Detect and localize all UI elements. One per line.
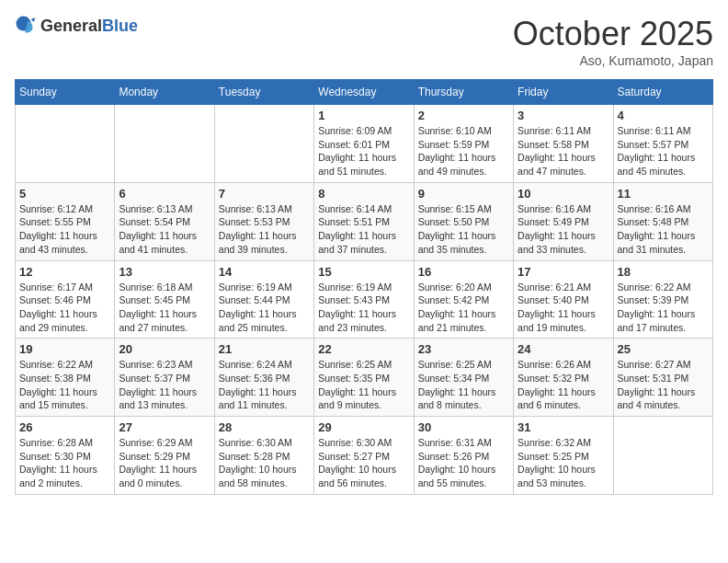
day-number: 29: [318, 420, 409, 434]
calendar-cell: 10Sunrise: 6:16 AM Sunset: 5:49 PM Dayli…: [514, 182, 613, 260]
calendar-week-row: 12Sunrise: 6:17 AM Sunset: 5:46 PM Dayli…: [16, 260, 713, 339]
calendar-cell: 2Sunrise: 6:10 AM Sunset: 5:59 PM Daylig…: [414, 105, 513, 183]
day-info: Sunrise: 6:23 AM Sunset: 5:37 PM Dayligh…: [119, 358, 210, 412]
day-info: Sunrise: 6:16 AM Sunset: 5:49 PM Dayligh…: [518, 202, 609, 257]
day-info: Sunrise: 6:10 AM Sunset: 5:59 PM Dayligh…: [418, 124, 509, 178]
calendar-cell: [115, 105, 214, 183]
day-number: 6: [119, 187, 210, 201]
day-number: 23: [418, 342, 509, 356]
calendar-cell: 1Sunrise: 6:09 AM Sunset: 6:01 PM Daylig…: [314, 105, 414, 183]
calendar-cell: 29Sunrise: 6:30 AM Sunset: 5:27 PM Dayli…: [314, 417, 414, 495]
calendar-cell: 14Sunrise: 6:19 AM Sunset: 5:44 PM Dayli…: [214, 260, 313, 339]
calendar-cell: 25Sunrise: 6:27 AM Sunset: 5:31 PM Dayli…: [613, 339, 712, 417]
day-info: Sunrise: 6:22 AM Sunset: 5:38 PM Dayligh…: [19, 358, 110, 412]
day-info: Sunrise: 6:31 AM Sunset: 5:26 PM Dayligh…: [418, 436, 509, 490]
month-title: October 2025: [513, 15, 713, 53]
col-header-friday: Friday: [514, 80, 613, 105]
day-number: 15: [318, 265, 409, 279]
day-info: Sunrise: 6:28 AM Sunset: 5:30 PM Dayligh…: [19, 436, 110, 490]
day-number: 28: [219, 420, 310, 434]
day-info: Sunrise: 6:18 AM Sunset: 5:45 PM Dayligh…: [119, 281, 210, 335]
calendar-cell: 19Sunrise: 6:22 AM Sunset: 5:38 PM Dayli…: [16, 339, 115, 417]
calendar-cell: 12Sunrise: 6:17 AM Sunset: 5:46 PM Dayli…: [16, 260, 115, 339]
day-info: Sunrise: 6:30 AM Sunset: 5:28 PM Dayligh…: [219, 436, 310, 490]
day-number: 2: [418, 109, 509, 122]
day-info: Sunrise: 6:30 AM Sunset: 5:27 PM Dayligh…: [318, 436, 409, 490]
calendar-cell: 27Sunrise: 6:29 AM Sunset: 5:29 PM Dayli…: [115, 417, 214, 495]
col-header-tuesday: Tuesday: [214, 80, 313, 105]
day-number: 30: [418, 420, 509, 434]
col-header-thursday: Thursday: [414, 80, 513, 105]
col-header-monday: Monday: [115, 80, 214, 105]
day-number: 26: [19, 420, 110, 434]
calendar-header-row: SundayMondayTuesdayWednesdayThursdayFrid…: [16, 80, 713, 105]
calendar-cell: [16, 105, 115, 183]
day-info: Sunrise: 6:27 AM Sunset: 5:31 PM Dayligh…: [618, 358, 709, 412]
logo-general: General: [40, 17, 102, 35]
day-info: Sunrise: 6:20 AM Sunset: 5:42 PM Dayligh…: [418, 281, 509, 335]
calendar-cell: 6Sunrise: 6:13 AM Sunset: 5:54 PM Daylig…: [115, 182, 214, 260]
day-number: 11: [618, 187, 709, 201]
day-info: Sunrise: 6:21 AM Sunset: 5:40 PM Dayligh…: [518, 281, 609, 335]
day-info: Sunrise: 6:11 AM Sunset: 5:58 PM Dayligh…: [518, 124, 609, 178]
calendar-table: SundayMondayTuesdayWednesdayThursdayFrid…: [15, 79, 713, 495]
day-number: 25: [618, 342, 709, 356]
logo-text: GeneralBlue: [40, 17, 138, 36]
calendar-cell: 7Sunrise: 6:13 AM Sunset: 5:53 PM Daylig…: [214, 182, 313, 260]
calendar-cell: 9Sunrise: 6:15 AM Sunset: 5:50 PM Daylig…: [414, 182, 513, 260]
title-block: October 2025 Aso, Kumamoto, Japan: [513, 15, 713, 68]
day-number: 4: [618, 109, 709, 122]
col-header-wednesday: Wednesday: [314, 80, 414, 105]
day-info: Sunrise: 6:22 AM Sunset: 5:39 PM Dayligh…: [618, 281, 709, 335]
calendar-cell: [613, 417, 712, 495]
logo-icon: [15, 15, 37, 37]
day-info: Sunrise: 6:19 AM Sunset: 5:44 PM Dayligh…: [219, 281, 310, 335]
day-number: 31: [518, 420, 609, 434]
day-number: 12: [19, 265, 110, 279]
calendar-cell: 8Sunrise: 6:14 AM Sunset: 5:51 PM Daylig…: [314, 182, 414, 260]
day-info: Sunrise: 6:16 AM Sunset: 5:48 PM Dayligh…: [618, 202, 709, 257]
calendar-cell: 26Sunrise: 6:28 AM Sunset: 5:30 PM Dayli…: [16, 417, 115, 495]
day-info: Sunrise: 6:19 AM Sunset: 5:43 PM Dayligh…: [318, 281, 409, 335]
day-number: 7: [219, 187, 310, 201]
day-info: Sunrise: 6:13 AM Sunset: 5:54 PM Dayligh…: [119, 202, 210, 257]
calendar-cell: 21Sunrise: 6:24 AM Sunset: 5:36 PM Dayli…: [214, 339, 313, 417]
calendar-week-row: 26Sunrise: 6:28 AM Sunset: 5:30 PM Dayli…: [16, 417, 713, 495]
day-number: 13: [119, 265, 210, 279]
day-number: 10: [518, 187, 609, 201]
calendar-cell: 18Sunrise: 6:22 AM Sunset: 5:39 PM Dayli…: [613, 260, 712, 339]
calendar-cell: 13Sunrise: 6:18 AM Sunset: 5:45 PM Dayli…: [115, 260, 214, 339]
logo-blue: Blue: [102, 17, 138, 35]
day-number: 14: [219, 265, 310, 279]
calendar-week-row: 1Sunrise: 6:09 AM Sunset: 6:01 PM Daylig…: [16, 105, 713, 183]
calendar-cell: 15Sunrise: 6:19 AM Sunset: 5:43 PM Dayli…: [314, 260, 414, 339]
day-number: 18: [618, 265, 709, 279]
day-info: Sunrise: 6:29 AM Sunset: 5:29 PM Dayligh…: [119, 436, 210, 490]
day-number: 8: [318, 187, 409, 201]
day-info: Sunrise: 6:12 AM Sunset: 5:55 PM Dayligh…: [19, 202, 110, 257]
calendar-cell: 3Sunrise: 6:11 AM Sunset: 5:58 PM Daylig…: [514, 105, 613, 183]
calendar-cell: 22Sunrise: 6:25 AM Sunset: 5:35 PM Dayli…: [314, 339, 414, 417]
calendar-cell: 28Sunrise: 6:30 AM Sunset: 5:28 PM Dayli…: [214, 417, 313, 495]
day-number: 22: [318, 342, 409, 356]
day-info: Sunrise: 6:14 AM Sunset: 5:51 PM Dayligh…: [318, 202, 409, 257]
location: Aso, Kumamoto, Japan: [513, 53, 713, 68]
day-info: Sunrise: 6:13 AM Sunset: 5:53 PM Dayligh…: [219, 202, 310, 257]
col-header-saturday: Saturday: [613, 80, 712, 105]
calendar-cell: 24Sunrise: 6:26 AM Sunset: 5:32 PM Dayli…: [514, 339, 613, 417]
day-number: 21: [219, 342, 310, 356]
day-number: 16: [418, 265, 509, 279]
calendar-cell: 23Sunrise: 6:25 AM Sunset: 5:34 PM Dayli…: [414, 339, 513, 417]
day-info: Sunrise: 6:09 AM Sunset: 6:01 PM Dayligh…: [318, 124, 409, 178]
day-info: Sunrise: 6:24 AM Sunset: 5:36 PM Dayligh…: [219, 358, 310, 412]
day-info: Sunrise: 6:11 AM Sunset: 5:57 PM Dayligh…: [618, 124, 709, 178]
calendar-week-row: 5Sunrise: 6:12 AM Sunset: 5:55 PM Daylig…: [16, 182, 713, 260]
day-number: 19: [19, 342, 110, 356]
calendar-cell: 4Sunrise: 6:11 AM Sunset: 5:57 PM Daylig…: [613, 105, 712, 183]
calendar-cell: 11Sunrise: 6:16 AM Sunset: 5:48 PM Dayli…: [613, 182, 712, 260]
day-info: Sunrise: 6:17 AM Sunset: 5:46 PM Dayligh…: [19, 281, 110, 335]
calendar-week-row: 19Sunrise: 6:22 AM Sunset: 5:38 PM Dayli…: [16, 339, 713, 417]
calendar-cell: 5Sunrise: 6:12 AM Sunset: 5:55 PM Daylig…: [16, 182, 115, 260]
day-info: Sunrise: 6:25 AM Sunset: 5:35 PM Dayligh…: [318, 358, 409, 412]
day-info: Sunrise: 6:25 AM Sunset: 5:34 PM Dayligh…: [418, 358, 509, 412]
